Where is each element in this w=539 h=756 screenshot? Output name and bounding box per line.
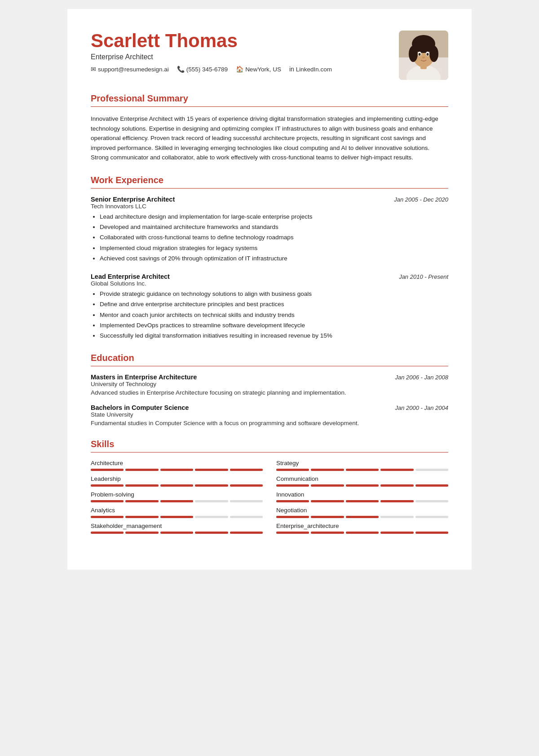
candidate-title: Enterprise Architect	[91, 53, 399, 61]
skill-name: Negotiation	[276, 507, 448, 514]
edu-header: Masters in Enterprise Architecture Jan 2…	[91, 374, 448, 381]
skills-divider	[91, 452, 448, 453]
skill-segment	[346, 532, 379, 534]
svg-point-13	[422, 57, 425, 58]
edu-description: Advanced studies in Enterprise Architect…	[91, 389, 448, 396]
linkedin-contact: in LinkedIn.com	[289, 66, 332, 73]
job-header: Senior Enterprise Architect Jan 2005 - D…	[91, 196, 448, 203]
phone-contact: 📞 (555) 345-6789	[177, 66, 228, 73]
skills-grid: Architecture Strategy Leadership Communi…	[91, 460, 448, 534]
location-value: NewYork, US	[245, 66, 281, 73]
job-bullet: Provide strategic guidance on technology…	[100, 290, 448, 299]
skill-segment	[380, 500, 413, 502]
skill-bar	[91, 516, 263, 518]
skill-segment	[276, 484, 309, 487]
portrait-svg	[399, 31, 448, 80]
summary-divider	[91, 106, 448, 107]
skill-segment	[415, 469, 448, 471]
job-company: Global Solutions Inc.	[91, 280, 448, 287]
education-entry: Bachelors in Computer Science Jan 2000 -…	[91, 404, 448, 426]
job-bullet: Implemented cloud migration strategies f…	[100, 244, 448, 253]
skill-bar	[91, 500, 263, 502]
summary-title: Professional Summary	[91, 93, 448, 104]
education-entry: Masters in Enterprise Architecture Jan 2…	[91, 374, 448, 396]
skill-segment	[91, 532, 124, 534]
skill-item: Communication	[276, 475, 448, 487]
experience-divider	[91, 188, 448, 189]
job-bullet: Implemented DevOps practices to streamli…	[100, 321, 448, 330]
skill-segment	[195, 532, 228, 534]
job-bullet: Achieved cost savings of 20% through opt…	[100, 254, 448, 263]
skill-segment	[91, 516, 124, 518]
job-title: Lead Enterprise Architect	[91, 273, 170, 280]
candidate-name: Scarlett Thomas	[91, 31, 399, 51]
skill-bar	[276, 516, 448, 518]
skill-item: Architecture	[91, 460, 263, 471]
skill-segment	[380, 484, 413, 487]
skill-segment	[160, 516, 193, 518]
skill-name: Communication	[276, 475, 448, 482]
skill-segment	[346, 484, 379, 487]
skill-item: Analytics	[91, 507, 263, 518]
skill-segment	[311, 469, 344, 471]
edu-header: Bachelors in Computer Science Jan 2000 -…	[91, 404, 448, 411]
skill-name: Analytics	[91, 507, 263, 514]
phone-icon: 📞	[177, 66, 185, 73]
phone-value: (555) 345-6789	[186, 66, 228, 73]
skill-name: Problem-solving	[91, 491, 263, 498]
skill-segment	[311, 532, 344, 534]
skill-segment	[91, 500, 124, 502]
edu-degree: Bachelors in Computer Science	[91, 404, 189, 411]
skills-section: Skills Architecture Strategy Leadership …	[91, 439, 448, 534]
skill-segment	[311, 516, 344, 518]
job-bullet: Lead architecture design and implementat…	[100, 212, 448, 221]
skill-segment	[230, 532, 263, 534]
job-bullet: Collaborated with cross-functional teams…	[100, 233, 448, 242]
job-header: Lead Enterprise Architect Jan 2010 - Pre…	[91, 273, 448, 280]
skills-title: Skills	[91, 439, 448, 449]
skill-segment	[125, 532, 158, 534]
header-left: Scarlett Thomas Enterprise Architect ✉ s…	[91, 31, 399, 73]
skill-segment	[195, 469, 228, 471]
skill-segment	[276, 469, 309, 471]
skill-segment	[276, 516, 309, 518]
edu-institution: University of Technology	[91, 381, 448, 387]
summary-section: Professional Summary Innovative Enterpri…	[91, 93, 448, 163]
skill-item: Negotiation	[276, 507, 448, 518]
education-title: Education	[91, 353, 448, 363]
skill-segment	[276, 532, 309, 534]
skill-segment	[160, 469, 193, 471]
skill-segment	[160, 532, 193, 534]
skill-item: Problem-solving	[91, 491, 263, 502]
job-bullet: Successfully led digital transformation …	[100, 331, 448, 340]
skill-segment	[415, 532, 448, 534]
job-date: Jan 2010 - Present	[399, 273, 448, 280]
skill-segment	[346, 516, 379, 518]
skill-bar	[91, 484, 263, 487]
skill-segment	[380, 516, 413, 518]
skill-bar	[276, 500, 448, 502]
education-list: Masters in Enterprise Architecture Jan 2…	[91, 374, 448, 426]
email-contact: ✉ support@resumedesign.ai	[91, 66, 169, 73]
skill-segment	[125, 484, 158, 487]
skill-segment	[230, 516, 263, 518]
skill-name: Innovation	[276, 491, 448, 498]
job-bullets: Lead architecture design and implementat…	[91, 212, 448, 263]
svg-point-11	[419, 53, 421, 56]
skill-item: Innovation	[276, 491, 448, 502]
skill-segment	[230, 484, 263, 487]
candidate-photo	[399, 31, 448, 80]
skill-item: Leadership	[91, 475, 263, 487]
skill-name: Architecture	[91, 460, 263, 466]
job-entry: Lead Enterprise Architect Jan 2010 - Pre…	[91, 273, 448, 340]
skill-segment	[276, 500, 309, 502]
skill-segment	[311, 500, 344, 502]
linkedin-value: LinkedIn.com	[296, 66, 332, 73]
education-divider	[91, 366, 448, 366]
skill-segment	[125, 469, 158, 471]
job-bullets: Provide strategic guidance on technology…	[91, 290, 448, 340]
skill-segment	[380, 532, 413, 534]
skill-bar	[91, 469, 263, 471]
edu-description: Fundamental studies in Computer Science …	[91, 420, 448, 426]
skill-name: Strategy	[276, 460, 448, 466]
